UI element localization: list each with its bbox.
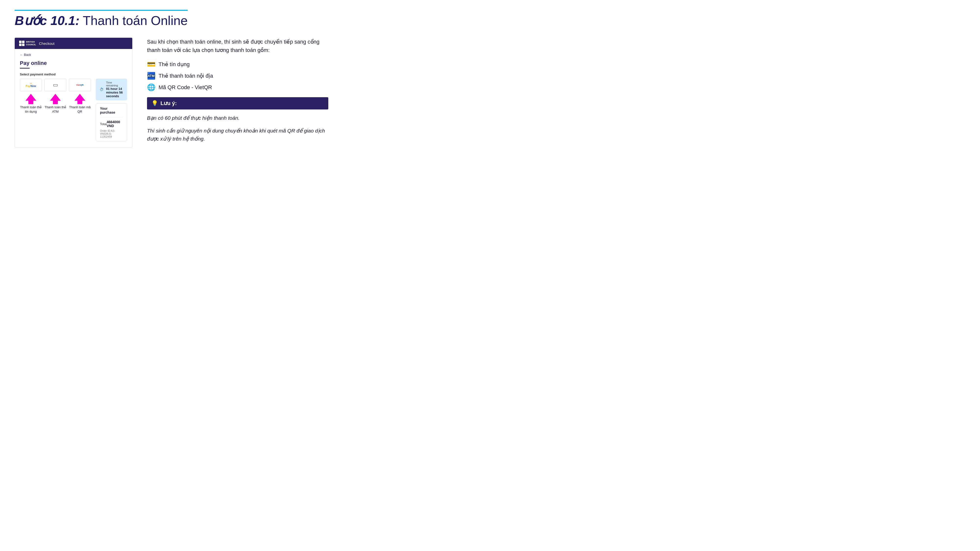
- order-id: Order ID A3-VN028-S-11352459: [100, 129, 123, 138]
- info-description: Sau khi chọn thanh toán online, thí sinh…: [147, 38, 328, 54]
- checkout-panel: BRITISHCOUNCIL Checkout ← Back Pay onlin…: [15, 38, 132, 148]
- bc-grid-icon: [19, 41, 24, 46]
- time-purchase-col: ⏱ Time remaining 01 hour 14 minutes 56 s…: [96, 79, 127, 141]
- globe-icon: 🌐: [147, 83, 156, 91]
- arrow-qr-icon: [75, 94, 85, 104]
- arrow-label-credit: Thanh toán thẻ tín dụng: [20, 105, 42, 114]
- arrow-credit-icon: [25, 94, 36, 104]
- arrow-item-qr: Thanh toán mã QR: [69, 94, 91, 114]
- paynow-logo: ●● PayNow: [26, 82, 36, 88]
- note-line-1: Bạn có 60 phút để thực hiện thanh toán.: [147, 114, 328, 122]
- atm-icon: 🏧: [147, 72, 156, 80]
- arrow-label-qr: Thanh toán mã QR: [69, 105, 91, 114]
- option-credit-label: Thẻ tín dụng: [159, 61, 189, 68]
- info-panel: Sau khi chọn thanh toán online, thí sinh…: [147, 38, 328, 143]
- time-remaining-text: Time remaining 01 hour 14 minutes 56 sec…: [106, 81, 123, 98]
- total-value: 4664000 VND: [107, 120, 123, 128]
- your-purchase-box: Your purchase Total 4664000 VND Order ID…: [96, 103, 127, 141]
- pay-online-title: Pay online: [20, 60, 127, 67]
- vietqr-logo: VietQR: [76, 84, 84, 86]
- note-icon: 💡: [151, 100, 158, 106]
- note-line-2: Thí sinh cần giữ nguyên nội dung chuyển …: [147, 127, 328, 143]
- card-icon: ▭: [53, 82, 58, 88]
- time-remaining-box: ⏱ Time remaining 01 hour 14 minutes 56 s…: [96, 79, 127, 100]
- note-box: 💡 Lưu ý:: [147, 97, 328, 110]
- note-title: Lưu ý:: [161, 100, 177, 106]
- pay-online-underline: [20, 68, 30, 68]
- payment-left-col: ●● PayNow ▭ VietQR: [20, 79, 91, 116]
- checkout-title: Checkout: [39, 41, 54, 46]
- payment-methods: ●● PayNow ▭ VietQR: [20, 79, 91, 91]
- page-title-light: Thanh toán Online: [80, 13, 188, 28]
- credit-card-icon: 💳: [147, 60, 156, 68]
- bc-logo: BRITISHCOUNCIL: [19, 41, 36, 46]
- payment-card-paynow[interactable]: ●● PayNow: [20, 79, 42, 91]
- arrow-label-atm: Thanh toán thẻ ATM: [45, 105, 67, 114]
- page-title-container: Bước 10.1: Thanh toán Online: [15, 10, 188, 28]
- time-value: 01 hour 14 minutes 56 seconds: [106, 87, 123, 98]
- option-qr: 🌐 Mã QR Code - VietQR: [147, 83, 328, 91]
- checkout-header: BRITISHCOUNCIL Checkout: [15, 38, 132, 49]
- payment-card-card[interactable]: ▭: [45, 79, 67, 91]
- option-credit: 💳 Thẻ tín dụng: [147, 60, 328, 68]
- option-qr-label: Mã QR Code - VietQR: [159, 84, 212, 91]
- total-label: Total: [100, 122, 107, 126]
- arrow-item-atm: Thanh toán thẻ ATM: [45, 94, 67, 114]
- arrow-item-credit: Thanh toán thẻ tín dụng: [20, 94, 42, 114]
- main-content: BRITISHCOUNCIL Checkout ← Back Pay onlin…: [15, 38, 328, 148]
- total-row: Total 4664000 VND: [100, 120, 123, 128]
- page-title-bold: Bước 10.1:: [15, 13, 80, 28]
- checkout-two-col: ●● PayNow ▭ VietQR: [20, 79, 127, 141]
- brand-name: BRITISHCOUNCIL: [26, 41, 36, 46]
- option-atm: 🏧 Thẻ thanh toán nội địa: [147, 72, 328, 80]
- arrows-row: Thanh toán thẻ tín dụng Thanh toán thẻ A…: [20, 94, 91, 114]
- option-atm-label: Thẻ thanh toán nội địa: [159, 73, 213, 79]
- back-link[interactable]: ← Back: [20, 53, 127, 57]
- note-content: Bạn có 60 phút để thực hiện thanh toán. …: [147, 114, 328, 143]
- purchase-details: Total 4664000 VND Order ID A3-VN028-S-11…: [100, 117, 123, 138]
- clock-icon: ⏱: [100, 87, 103, 92]
- select-method-label: Select payment method: [20, 73, 127, 76]
- checkout-body: ← Back Pay online Select payment method …: [15, 49, 132, 148]
- payment-options-list: 💳 Thẻ tín dụng 🏧 Thẻ thanh toán nội địa …: [147, 60, 328, 91]
- payment-card-vietqr[interactable]: VietQR: [69, 79, 91, 91]
- your-purchase-title: Your purchase: [100, 106, 123, 114]
- arrow-atm-icon: [50, 94, 61, 104]
- time-label: Time remaining: [106, 81, 123, 87]
